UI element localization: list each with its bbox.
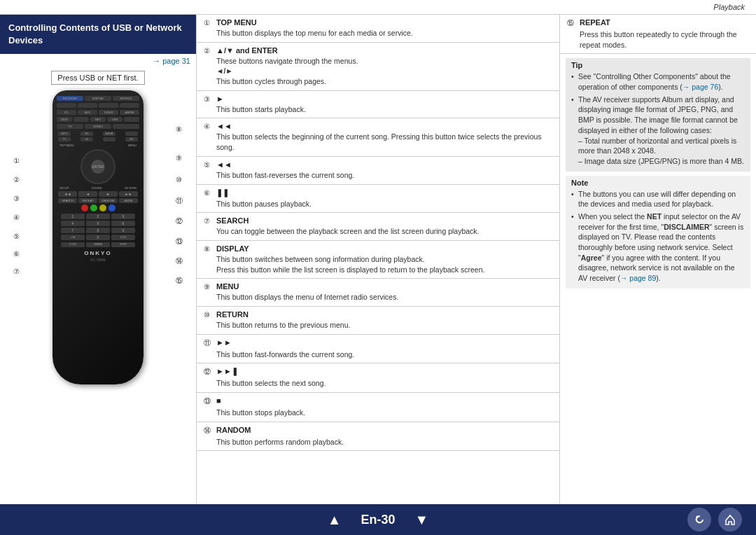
- label-1: ①: [13, 157, 20, 165]
- item-search: ⑦ SEARCH You can toggle between the play…: [197, 213, 559, 241]
- chapter-label: Playback: [713, 3, 745, 11]
- rbtn4: [120, 103, 139, 108]
- label-10: ⑩: [176, 176, 183, 183]
- page-label: En-30: [360, 513, 395, 527]
- label-4: ④: [13, 214, 20, 221]
- label-9: ⑨: [176, 154, 183, 162]
- section-title: Controlling Contents of USB or Network D…: [0, 15, 196, 54]
- item-menu: ⑨ MENU This button displays the menu of …: [197, 279, 559, 307]
- onkyo-logo: ONKYO: [57, 250, 139, 256]
- back-icon-button[interactable]: [687, 508, 711, 531]
- main-content: Controlling Contents of USB or Network D…: [0, 15, 756, 503]
- display-btn: DISPLAY: [85, 96, 111, 101]
- rbtn1: [57, 103, 76, 108]
- dpad: ENTER: [80, 149, 115, 184]
- item-return: ⑩ RETURN This button returns to the prev…: [197, 307, 559, 335]
- label-12: ⑫: [176, 216, 183, 226]
- bottom-right-icons: [687, 508, 742, 531]
- label-2: ②: [13, 176, 20, 183]
- item-next-track: ⑫ ►►❚ This button selects the next song.: [197, 363, 559, 393]
- tip-box: Tip See "Controlling Other Components" a…: [566, 58, 750, 171]
- item-top-menu: ① TOP MENU This button displays the top …: [197, 15, 559, 43]
- page-ref: → page 31: [0, 54, 196, 68]
- label-3: ③: [13, 195, 20, 202]
- item-rewind: ⑤ ◄◄ This button fast-reverses the curre…: [197, 157, 559, 185]
- label-5: ⑤: [13, 232, 20, 240]
- prev-page-button[interactable]: ▲: [322, 512, 347, 528]
- remote-control: RECEIVER DISPLAY SOURCE PC AUX TUNER: [52, 90, 144, 384]
- note-bullet-1: The buttons you can use will differ depe…: [571, 189, 745, 209]
- note-header: Note: [571, 179, 745, 187]
- note-box: Note The buttons you can use will differ…: [566, 176, 750, 289]
- label-15: ⑮: [176, 276, 183, 286]
- chapter-header: Playback: [0, 0, 756, 15]
- label-7: ⑦: [13, 268, 20, 275]
- next-page-button[interactable]: ▼: [410, 512, 435, 528]
- note-bullet-2: When you select the NET input selector o…: [571, 211, 745, 284]
- item-repeat: ⑮ REPEAT Press this button repeatedly to…: [560, 15, 756, 54]
- rbtn2: [78, 103, 97, 108]
- label-8: ⑧: [176, 125, 183, 133]
- item-display: ⑧ DISPLAY This button switches between s…: [197, 241, 559, 279]
- item-pause: ⑥ ❚❚ This button pauses playback.: [197, 185, 559, 214]
- left-panel: Controlling Contents of USB or Network D…: [0, 15, 196, 503]
- home-icon-button[interactable]: [718, 508, 742, 531]
- label-13: ⑬: [176, 237, 183, 246]
- label-11: ⑪: [176, 196, 183, 206]
- item-ff: ⑪ ►► This button fast-forwards the curre…: [197, 335, 559, 364]
- label-6: ⑥: [13, 250, 20, 258]
- label-14: ⑭: [176, 256, 183, 266]
- bottom-bar: ▲ En-30 ▼: [0, 504, 756, 535]
- back-icon: [693, 513, 706, 526]
- home-icon: [724, 513, 736, 526]
- source-btn: SOURCE: [113, 96, 139, 101]
- item-prev-track: ④ ◄◄ This button selects the beginning o…: [197, 118, 559, 156]
- item-random: ⑭ RANDOM This button performs random pla…: [197, 422, 559, 452]
- item-stop: ⑬ ■ This button stops playback.: [197, 393, 559, 422]
- item-play: ③ ► This button starts playback.: [197, 91, 559, 119]
- rbtn3: [99, 103, 118, 108]
- receiver-btn: RECEIVER: [57, 96, 83, 101]
- tip-header: Tip: [571, 61, 745, 69]
- item-nav-enter: ② ▲/▼ and ENTER These buttons navigate t…: [197, 43, 559, 91]
- tip-bullet-1: See "Controlling Other Components" about…: [571, 71, 745, 92]
- right-panel: ⑮ REPEAT Press this button repeatedly to…: [560, 15, 756, 503]
- middle-panel: ① TOP MENU This button displays the top …: [196, 15, 560, 503]
- tip-bullet-2: The AV receiver supports Album art displ…: [571, 95, 745, 167]
- press-instruction: Press USB or NET first.: [51, 71, 144, 85]
